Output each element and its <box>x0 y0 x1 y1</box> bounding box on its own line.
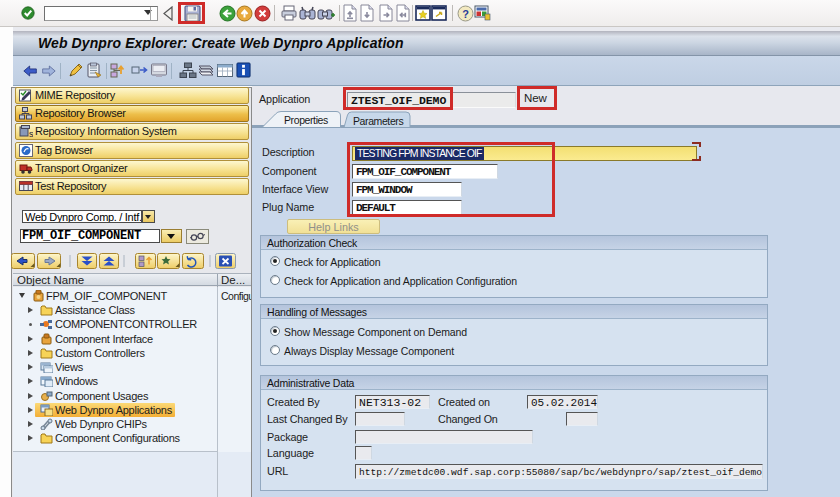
svg-text:s: s <box>29 129 33 138</box>
svg-text:?: ? <box>462 8 469 20</box>
